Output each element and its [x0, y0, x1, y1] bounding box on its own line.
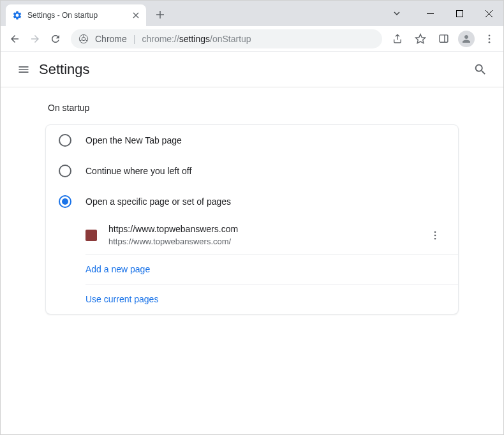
svg-point-8: [434, 231, 436, 233]
section-label: On startup: [45, 103, 459, 113]
link-text: Add a new page: [85, 264, 150, 274]
gear-icon: [12, 10, 22, 20]
tab-title: Settings - On startup: [27, 11, 131, 20]
radio-label: Continue where you left off: [85, 166, 191, 176]
radio-label: Open a specific page or set of pages: [85, 196, 231, 207]
radio-option-specific[interactable]: Open a specific page or set of pages: [46, 186, 458, 217]
favicon-icon: [85, 230, 97, 241]
omnibox-url: chrome://settings/onStartup: [142, 34, 251, 44]
add-page-link[interactable]: Add a new page: [46, 254, 458, 284]
svg-point-9: [434, 235, 436, 237]
svg-point-7: [489, 41, 491, 43]
use-current-link[interactable]: Use current pages: [46, 284, 458, 314]
settings-content: On startup Open the New Tab page Continu…: [1, 87, 503, 314]
radio-option-newtab[interactable]: Open the New Tab page: [46, 125, 458, 156]
chrome-icon: [78, 34, 89, 44]
startup-card: Open the New Tab page Continue where you…: [45, 124, 459, 314]
maximize-button[interactable]: [445, 1, 474, 26]
browser-titlebar: Settings - On startup: [1, 1, 503, 26]
more-actions-button[interactable]: [425, 225, 445, 246]
page-info: https://www.topwebanswers.com https://ww…: [108, 223, 425, 247]
profile-avatar[interactable]: [456, 29, 477, 49]
browser-toolbar: Chrome | chrome://settings/onStartup: [1, 26, 503, 52]
omnibox-label: Chrome: [95, 34, 127, 44]
svg-point-6: [489, 38, 491, 40]
svg-rect-3: [440, 35, 448, 42]
svg-point-5: [489, 34, 491, 36]
omnibox-separator: |: [133, 34, 136, 44]
radio-option-continue[interactable]: Continue where you left off: [46, 156, 458, 186]
forward-button[interactable]: [25, 29, 45, 49]
radio-icon: [59, 195, 71, 208]
back-button[interactable]: [4, 29, 25, 49]
startup-page-url: https://www.topwebanswers.com/: [108, 236, 425, 247]
new-tab-button[interactable]: [151, 6, 169, 24]
startup-page-row: https://www.topwebanswers.com https://ww…: [46, 217, 458, 254]
radio-icon: [59, 165, 71, 177]
radio-icon: [59, 134, 71, 147]
side-panel-icon[interactable]: [433, 29, 454, 49]
window-controls: [387, 1, 503, 26]
reload-button[interactable]: [45, 29, 66, 49]
svg-point-2: [82, 37, 85, 40]
svg-rect-0: [456, 10, 463, 17]
close-icon[interactable]: [131, 10, 141, 20]
share-icon[interactable]: [387, 29, 408, 49]
kebab-menu-icon[interactable]: [479, 29, 500, 49]
settings-header: Settings: [1, 52, 503, 87]
minimize-button[interactable]: [415, 1, 445, 26]
hamburger-icon[interactable]: [11, 57, 36, 82]
close-window-button[interactable]: [474, 1, 503, 26]
address-bar[interactable]: Chrome | chrome://settings/onStartup: [71, 29, 382, 48]
bookmark-icon[interactable]: [410, 29, 431, 49]
startup-page-title: https://www.topwebanswers.com: [108, 223, 425, 236]
page-title: Settings: [39, 61, 90, 78]
radio-label: Open the New Tab page: [85, 135, 182, 145]
browser-tab[interactable]: Settings - On startup: [6, 4, 146, 26]
search-icon[interactable]: [468, 57, 493, 82]
link-text: Use current pages: [85, 294, 158, 304]
chevron-down-icon[interactable]: [387, 4, 406, 23]
svg-point-10: [434, 238, 436, 240]
